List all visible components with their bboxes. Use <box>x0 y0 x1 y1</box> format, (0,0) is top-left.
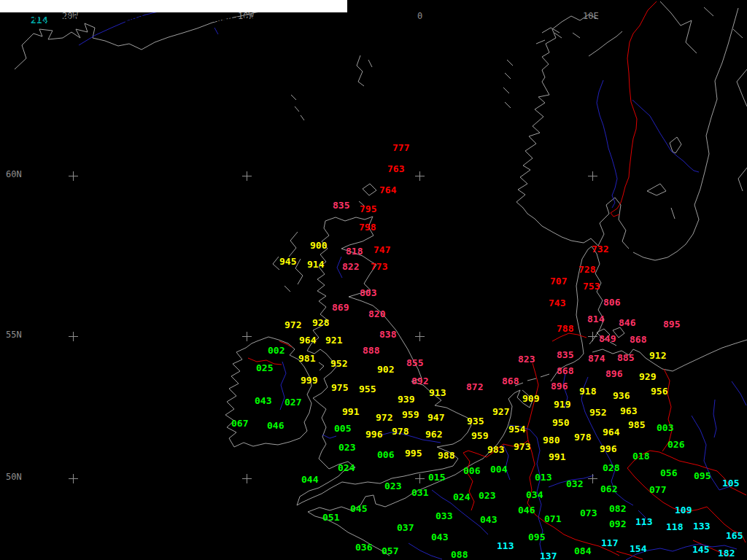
station-value: 037 <box>397 524 414 532</box>
station-value: 043 <box>255 397 271 405</box>
station-value: 913 <box>429 389 446 397</box>
station-value: 777 <box>392 144 409 152</box>
station-value: 855 <box>406 359 423 367</box>
station-value: 027 <box>285 398 301 406</box>
station-value: 743 <box>549 299 565 307</box>
station-value: 043 <box>431 533 448 541</box>
station-value: 959 <box>402 411 419 419</box>
station-value: 896 <box>605 370 622 378</box>
station-value: 067 <box>231 419 248 427</box>
station-value: 788 <box>557 324 573 332</box>
station-value: 764 <box>379 186 396 194</box>
station-value: 935 <box>467 417 484 425</box>
station-value: 952 <box>330 359 347 368</box>
station-value: 803 <box>360 289 376 297</box>
station-value: 082 <box>609 505 626 513</box>
station-value: 991 <box>342 408 359 416</box>
weather-map-window: 20W10W010E60N55N50N 21477776376483579579… <box>0 0 747 560</box>
station-value: 133 <box>693 522 710 530</box>
station-value: 959 <box>471 432 488 440</box>
station-value: 985 <box>628 421 645 429</box>
station-value: 900 <box>310 241 327 249</box>
station-value: 914 <box>307 260 324 268</box>
station-value: 868 <box>630 335 646 343</box>
station-value: 964 <box>603 428 619 436</box>
station-value: 869 <box>332 303 349 311</box>
station-value: 023 <box>479 491 495 499</box>
station-value: 032 <box>566 480 583 488</box>
station-value: 092 <box>609 520 626 528</box>
station-value: 026 <box>667 440 684 448</box>
station-value: 033 <box>436 512 452 520</box>
station-value: 874 <box>588 354 605 362</box>
station-value: 084 <box>574 547 591 555</box>
station-value: 919 <box>554 400 570 408</box>
station-value: 835 <box>333 201 349 209</box>
station-value: 005 <box>334 424 351 432</box>
station-value: 154 <box>630 545 646 553</box>
station-value: 182 <box>718 549 735 557</box>
station-value: 939 <box>398 395 414 403</box>
station-value: 814 <box>587 315 604 323</box>
station-value: 996 <box>600 445 616 453</box>
station-value: 043 <box>480 516 497 524</box>
station-value: 044 <box>301 475 318 483</box>
station-value: 885 <box>617 354 634 362</box>
station-value: 095 <box>528 533 545 541</box>
station-value: 921 <box>325 336 342 344</box>
stations-layer: 2147777637648357957989008187479459148227… <box>0 0 747 560</box>
station-value: 028 <box>603 464 619 472</box>
station-value: 999 <box>301 376 317 384</box>
station-value: 109 <box>675 506 692 514</box>
station-value: 972 <box>376 413 392 421</box>
station-value: 991 <box>549 453 565 461</box>
station-value: 018 <box>632 452 649 460</box>
station-value: 795 <box>360 205 376 213</box>
station-value: 822 <box>342 262 359 271</box>
station-value: 137 <box>540 552 557 560</box>
station-value: 996 <box>365 430 382 438</box>
station-value: 896 <box>551 382 568 390</box>
station-value: 004 <box>490 465 507 473</box>
station-value: 955 <box>359 385 376 393</box>
station-value: 798 <box>359 223 376 231</box>
station-value: 732 <box>592 245 608 253</box>
station-value: 983 <box>487 446 504 454</box>
station-value: 113 <box>635 518 652 526</box>
station-value: 056 <box>660 469 677 477</box>
station-value: 034 <box>526 491 543 499</box>
station-value: 849 <box>599 335 616 343</box>
station-value: 071 <box>544 515 561 523</box>
station-value: 838 <box>379 330 396 338</box>
station-value: 747 <box>374 246 390 254</box>
station-value: 145 <box>692 545 709 553</box>
station-value: 013 <box>535 473 551 481</box>
station-value: 950 <box>552 419 569 427</box>
station-value: 981 <box>298 354 315 362</box>
station-value: 895 <box>663 320 680 328</box>
station-value: 773 <box>371 262 387 271</box>
station-value: 956 <box>651 387 667 395</box>
station-value: 888 <box>363 346 379 354</box>
station-value: 962 <box>425 430 442 438</box>
station-value: 077 <box>649 486 666 494</box>
station-value: 945 <box>279 257 296 265</box>
title-bar: FRE 01.02.08 08:00 UTC Bodenwettermeldun… <box>0 0 347 12</box>
station-value: 024 <box>453 493 470 501</box>
station-value: 995 <box>405 449 422 457</box>
station-value: 165 <box>726 532 743 540</box>
station-value: 117 <box>601 539 618 547</box>
station-value: 918 <box>579 387 596 395</box>
station-value: 006 <box>463 467 480 475</box>
station-value: 707 <box>550 277 567 285</box>
station-value: 062 <box>600 485 617 493</box>
station-value: 936 <box>613 392 630 400</box>
station-value: 902 <box>377 365 394 373</box>
station-value: 045 <box>350 505 367 513</box>
station-value: 806 <box>603 298 620 306</box>
station-value: 113 <box>497 542 514 550</box>
station-value: 954 <box>508 425 525 433</box>
station-value: 872 <box>466 383 483 391</box>
station-value: 912 <box>649 351 666 359</box>
station-value: 046 <box>267 421 284 429</box>
